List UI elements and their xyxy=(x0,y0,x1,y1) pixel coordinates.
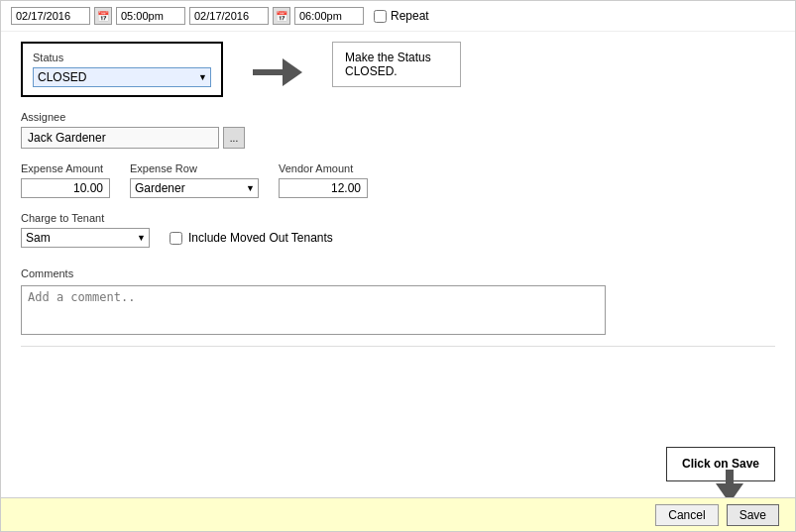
callout-line2: CLOSED. xyxy=(345,64,398,78)
arrow-container xyxy=(253,42,302,87)
down-arrow-shaft xyxy=(726,470,734,483)
assignee-label: Assignee xyxy=(21,111,775,123)
status-select-wrapper: CLOSED OPEN PENDING xyxy=(33,67,211,87)
expense-row: Expense Amount Expense Row Gardener Vend… xyxy=(21,162,775,198)
datetime-row: 📅 📅 Repeat xyxy=(1,1,795,32)
expense-amount-input[interactable] xyxy=(21,178,110,198)
status-select[interactable]: CLOSED OPEN PENDING xyxy=(33,67,211,87)
moved-out-wrap: Include Moved Out Tenants xyxy=(170,231,333,248)
vendor-amount-field: Vendor Amount xyxy=(279,162,368,198)
status-box: Status CLOSED OPEN PENDING xyxy=(21,42,223,97)
tenant-select[interactable]: Sam xyxy=(21,228,150,248)
main-container: 📅 📅 Repeat Status CLOSED OPEN PENDING xyxy=(0,0,796,532)
vendor-amount-input[interactable] xyxy=(279,178,368,198)
comments-textarea[interactable] xyxy=(21,285,606,335)
repeat-checkbox[interactable] xyxy=(374,10,387,23)
comments-label: Comments xyxy=(21,267,775,279)
save-button[interactable]: Save xyxy=(727,504,779,526)
assignee-input-wrap: ... xyxy=(21,127,775,149)
start-date-calendar-btn[interactable]: 📅 xyxy=(94,7,112,25)
expense-amount-field: Expense Amount xyxy=(21,162,110,198)
comments-area-wrap xyxy=(21,285,775,338)
expense-row-select-wrap: Gardener xyxy=(130,178,259,198)
right-arrow-icon xyxy=(253,57,302,87)
moved-out-label: Include Moved Out Tenants xyxy=(188,231,333,245)
tenant-select-wrap: Sam xyxy=(21,228,150,248)
charge-row: Charge to Tenant Sam Include Moved Out T… xyxy=(21,212,775,248)
expense-amount-label: Expense Amount xyxy=(21,162,110,174)
content-area: Status CLOSED OPEN PENDING Make xyxy=(1,32,795,365)
callout-line1: Make the Status xyxy=(345,51,431,64)
repeat-label: Repeat xyxy=(391,9,429,23)
end-date-input[interactable] xyxy=(189,7,269,25)
end-time-input[interactable] xyxy=(294,7,364,25)
footer-bar: Cancel Save xyxy=(1,497,795,531)
charge-tenant-field: Charge to Tenant Sam xyxy=(21,212,150,248)
assignee-picker-btn[interactable]: ... xyxy=(223,127,245,149)
end-date-calendar-btn[interactable]: 📅 xyxy=(273,7,290,25)
charge-tenant-label: Charge to Tenant xyxy=(21,212,150,224)
start-date-input[interactable] xyxy=(11,7,90,25)
expense-row-label: Expense Row xyxy=(130,162,259,174)
assignee-input[interactable] xyxy=(21,127,219,149)
expense-row-select[interactable]: Gardener xyxy=(130,178,259,198)
arrow-shaft xyxy=(253,69,283,75)
cancel-button[interactable]: Cancel xyxy=(655,504,718,526)
expense-row-field: Expense Row Gardener xyxy=(130,162,259,198)
separator-line xyxy=(21,346,775,347)
assignee-row: Assignee ... xyxy=(21,111,775,149)
status-callout-box: Make the Status CLOSED. xyxy=(332,42,461,87)
status-label: Status xyxy=(33,52,211,63)
comments-section: Comments xyxy=(21,267,775,338)
vendor-amount-label: Vendor Amount xyxy=(279,162,368,174)
status-section: Status CLOSED OPEN PENDING Make xyxy=(21,42,775,97)
start-time-input[interactable] xyxy=(116,7,185,25)
repeat-wrap: Repeat xyxy=(374,9,429,23)
arrow-head xyxy=(283,58,302,86)
moved-out-checkbox[interactable] xyxy=(170,232,182,245)
